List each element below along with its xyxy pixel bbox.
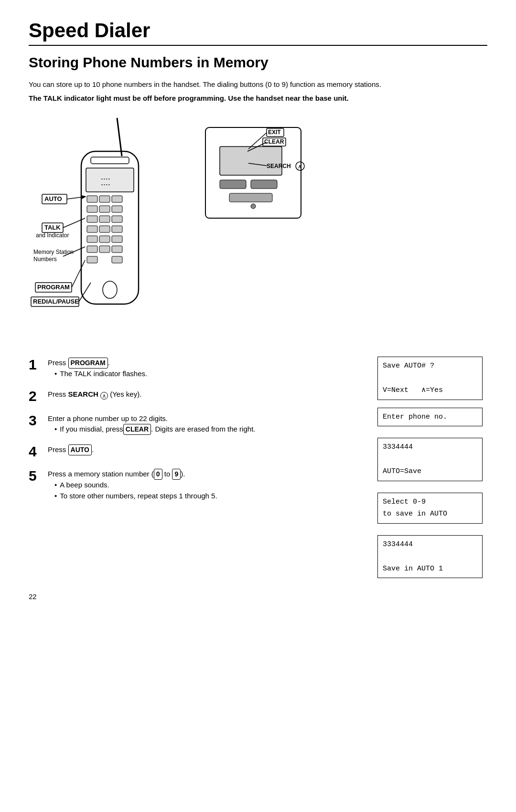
key-0: 0 — [154, 469, 162, 480]
svg-line-29 — [67, 197, 85, 199]
svg-rect-11 — [112, 206, 122, 212]
lcd2-line1: Enter phone no. — [383, 413, 447, 421]
svg-text:Numbers: Numbers — [33, 256, 57, 263]
svg-rect-3 — [86, 168, 134, 192]
lcd4-line2: to save in AUTO — [383, 510, 447, 518]
lcd4-line1: Select 0-9 — [383, 498, 426, 506]
svg-rect-17 — [112, 226, 122, 232]
step-5-content: Press a memory station number (0 to 9). … — [48, 468, 368, 501]
svg-text:∧: ∧ — [298, 163, 302, 170]
svg-text:TALK: TALK — [44, 224, 61, 231]
lcd1-line2: V=Next ∧=Yes — [383, 386, 443, 394]
lcd-screen-2: Enter phone no. — [377, 408, 483, 427]
step-3-content: Enter a phone number up to 22 digits. If… — [48, 412, 368, 435]
program-key-1: PROGRAM — [68, 358, 108, 369]
step-4-number: 4 — [29, 443, 48, 459]
svg-point-26 — [103, 281, 117, 298]
svg-text:SEARCH: SEARCH — [267, 163, 291, 169]
intro-text-1: You can store up to 10 phone numbers in … — [29, 79, 487, 90]
step-5-row: 5 Press a memory station number (0 to 9)… — [29, 468, 368, 501]
svg-rect-47 — [229, 193, 272, 202]
lcd1-line1: Save AUTO# ? — [383, 362, 434, 370]
svg-rect-13 — [99, 216, 110, 222]
step-3-row: 3 Enter a phone number up to 22 digits. … — [29, 412, 368, 435]
step-2-content: Press SEARCH ∧ (Yes key). — [48, 388, 368, 400]
svg-line-0 — [117, 118, 122, 156]
step-1-number: 1 — [29, 357, 48, 372]
svg-rect-18 — [87, 236, 97, 243]
step-1-bullet-1: The TALK indicator flashes. — [54, 369, 368, 380]
svg-rect-10 — [99, 206, 110, 212]
step-4-main: Press AUTO. — [48, 444, 368, 455]
panel-diagram: EXIT CLEAR SEARCH ∧ — [196, 123, 320, 228]
phone-svg: • • • • • • • • AUTO — [29, 113, 182, 342]
svg-text:• • • •: • • • • — [101, 177, 110, 181]
svg-rect-5 — [99, 196, 110, 202]
svg-text:and Indicator: and Indicator — [36, 232, 69, 239]
svg-rect-21 — [87, 246, 97, 253]
auto-key-4: AUTO — [68, 444, 92, 455]
step-2-number: 2 — [29, 388, 48, 404]
lcd-screen-1: Save AUTO# ? V=Next ∧=Yes — [377, 357, 483, 400]
step-3-bullet-1: If you misdial, press CLEAR. Digits are … — [54, 424, 368, 435]
svg-rect-9 — [87, 206, 97, 212]
svg-rect-2 — [91, 157, 129, 164]
step-4-content: Press AUTO. — [48, 443, 368, 455]
step-5-main: Press a memory station number (0 to 9). — [48, 469, 368, 480]
step-3-main: Enter a phone number up to 22 digits. — [48, 413, 368, 424]
step-3-number: 3 — [29, 412, 48, 428]
step-1-row: 1 Press PROGRAM. The TALK indicator flas… — [29, 357, 368, 380]
steps-columns: 1 Press PROGRAM. The TALK indicator flas… — [29, 357, 487, 578]
step-1-main: Press PROGRAM. — [48, 358, 368, 369]
step-5-bullet-2: To store other numbers, repeat steps 1 t… — [54, 491, 368, 502]
svg-rect-25 — [112, 256, 122, 263]
svg-rect-23 — [112, 246, 122, 253]
svg-rect-44 — [220, 147, 282, 175]
svg-rect-16 — [99, 226, 110, 232]
step-2-row: 2 Press SEARCH ∧ (Yes key). — [29, 388, 368, 404]
lcd3-line2: AUTO=Save — [383, 467, 421, 475]
svg-rect-4 — [87, 196, 97, 202]
page-title: Speed Dialer — [29, 19, 487, 42]
step-5-number: 5 — [29, 468, 48, 484]
lcd5-line2: Save in AUTO 1 — [383, 565, 443, 573]
svg-rect-24 — [87, 256, 97, 263]
svg-rect-15 — [87, 226, 97, 232]
svg-rect-14 — [112, 216, 122, 222]
lcd-screen-3: 3334444 AUTO=Save — [377, 438, 483, 481]
svg-rect-22 — [99, 246, 110, 253]
svg-rect-45 — [220, 180, 246, 189]
svg-rect-19 — [99, 236, 110, 243]
svg-rect-20 — [112, 236, 122, 243]
step-5-bullet-1: A beep sounds. — [54, 480, 368, 491]
svg-text:PROGRAM: PROGRAM — [37, 284, 70, 291]
lcd5-line1: 3334444 — [383, 540, 413, 548]
steps-right: Save AUTO# ? V=Next ∧=Yes Enter phone no… — [377, 357, 487, 578]
key-9: 9 — [172, 469, 181, 480]
lcd-screen-5: 3334444 Save in AUTO 1 — [377, 535, 483, 579]
title-rule — [29, 45, 487, 46]
step-1-content: Press PROGRAM. The TALK indicator flashe… — [48, 357, 368, 380]
step-4-row: 4 Press AUTO. — [29, 443, 368, 459]
svg-rect-6 — [112, 196, 122, 202]
section-title: Storing Phone Numbers in Memory — [29, 54, 487, 71]
svg-line-39 — [72, 260, 85, 287]
lcd-screen-4: Select 0-9 to save in AUTO — [377, 493, 483, 524]
svg-text:• • • •: • • • • — [101, 182, 110, 187]
steps-left: 1 Press PROGRAM. The TALK indicator flas… — [29, 357, 368, 510]
svg-rect-12 — [87, 216, 97, 222]
lcd3-line1: 3334444 — [383, 443, 413, 451]
svg-text:AUTO: AUTO — [44, 195, 62, 202]
diagram-area: • • • • • • • • AUTO — [29, 113, 487, 342]
svg-text:REDIAL/PAUSE: REDIAL/PAUSE — [33, 298, 79, 305]
svg-point-48 — [251, 204, 256, 209]
clear-key: CLEAR — [123, 424, 151, 435]
page-number: 22 — [29, 592, 487, 601]
step-2-main: Press SEARCH ∧ (Yes key). — [48, 389, 368, 400]
svg-text:EXIT: EXIT — [268, 129, 281, 136]
svg-rect-46 — [251, 180, 277, 189]
phone-diagram: • • • • • • • • AUTO — [29, 113, 182, 342]
svg-text:CLEAR: CLEAR — [264, 138, 284, 145]
intro-text-2: The TALK indicator light must be off bef… — [29, 93, 487, 104]
